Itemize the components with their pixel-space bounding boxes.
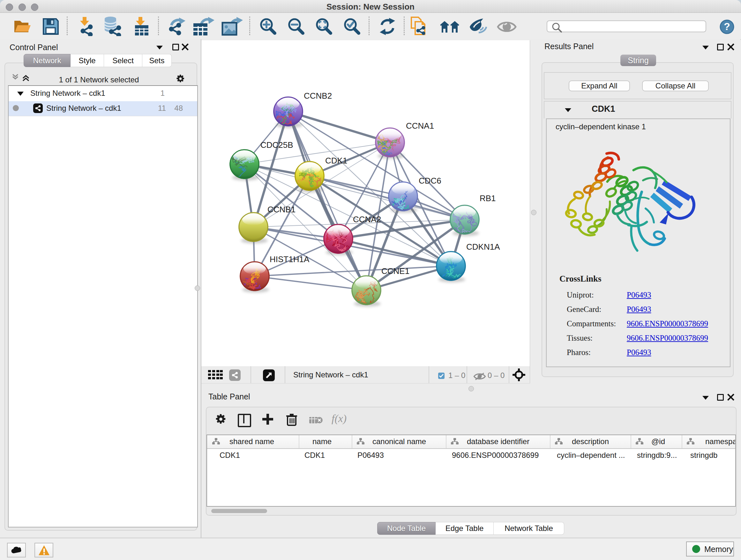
svg-text:CCNE1: CCNE1 <box>381 266 409 276</box>
svg-text:CDC6: CDC6 <box>419 176 441 186</box>
svg-text:HIST1H1A: HIST1H1A <box>270 254 310 264</box>
svg-text:?: ? <box>724 21 730 32</box>
svg-text:CDK1: CDK1 <box>325 156 347 165</box>
svg-text:CDKN1A: CDKN1A <box>466 242 500 252</box>
svg-text:CDC25B: CDC25B <box>260 140 293 150</box>
svg-text:RB1: RB1 <box>480 193 496 203</box>
svg-text:CCNB2: CCNB2 <box>304 91 332 101</box>
svg-text:CCNA1: CCNA1 <box>406 121 434 131</box>
svg-text:CCNA2: CCNA2 <box>353 214 381 224</box>
svg-text:CCNB1: CCNB1 <box>267 205 295 214</box>
